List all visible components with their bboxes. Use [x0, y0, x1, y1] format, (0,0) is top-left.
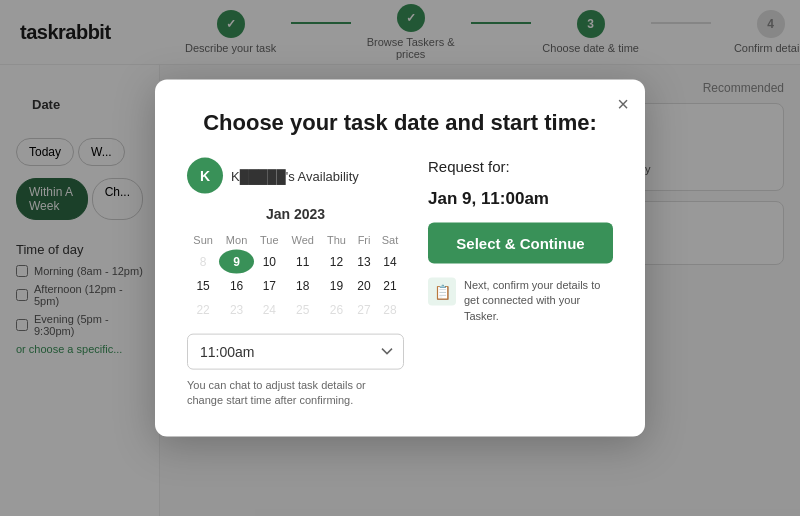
calendar-cell-13[interactable]: 13 [352, 250, 376, 274]
calendar-month: Jan 2023 [187, 206, 404, 222]
request-date: Jan 9, 11:00am [428, 189, 613, 209]
col-sat: Sat [376, 230, 404, 250]
calendar-side: K K█████'s Availability Jan 2023 Sun Mon… [187, 158, 404, 409]
modal-title: Choose your task date and start time: [187, 110, 613, 136]
calendar-row-1: 15161718192021 [187, 274, 404, 298]
calendar-cell-23: 23 [219, 298, 254, 322]
select-continue-button[interactable]: Select & Continue [428, 223, 613, 264]
tasker-availability-row: K K█████'s Availability [187, 158, 404, 194]
calendar-cell-22: 22 [187, 298, 219, 322]
calendar-row-2: 22232425262728 [187, 298, 404, 322]
calendar-cell-27: 27 [352, 298, 376, 322]
col-wed: Wed [285, 230, 321, 250]
calendar-cell-21[interactable]: 21 [376, 274, 404, 298]
calendar-cell-25: 25 [285, 298, 321, 322]
col-mon: Mon [219, 230, 254, 250]
time-dropdown[interactable]: 8:00am9:00am10:00am11:00am12:00pm1:00pm2… [187, 334, 404, 370]
calendar-cell-12[interactable]: 12 [321, 250, 352, 274]
request-side: Request for: Jan 9, 11:00am Select & Con… [428, 158, 613, 409]
modal-close-button[interactable]: × [617, 94, 629, 114]
calendar-cell-16[interactable]: 16 [219, 274, 254, 298]
calendar-cell-15[interactable]: 15 [187, 274, 219, 298]
modal: × Choose your task date and start time: … [155, 80, 645, 437]
calendar-cell-19[interactable]: 19 [321, 274, 352, 298]
tasker-avatar: K [187, 158, 223, 194]
col-thu: Thu [321, 230, 352, 250]
calendar-cell-8: 8 [187, 250, 219, 274]
calendar-cell-17[interactable]: 17 [254, 274, 285, 298]
calendar-cell-28: 28 [376, 298, 404, 322]
note-icon: 📋 [428, 278, 456, 306]
calendar-table: Sun Mon Tue Wed Thu Fri Sat 891011121314… [187, 230, 404, 322]
availability-label: K█████'s Availability [231, 168, 359, 183]
calendar-cell-14[interactable]: 14 [376, 250, 404, 274]
col-sun: Sun [187, 230, 219, 250]
calendar-cell-18[interactable]: 18 [285, 274, 321, 298]
col-tue: Tue [254, 230, 285, 250]
modal-body: K K█████'s Availability Jan 2023 Sun Mon… [187, 158, 613, 409]
calendar-cell-11[interactable]: 11 [285, 250, 321, 274]
calendar-cell-24: 24 [254, 298, 285, 322]
request-for-label: Request for: [428, 158, 613, 175]
calendar-cell-26: 26 [321, 298, 352, 322]
calendar-cell-20[interactable]: 20 [352, 274, 376, 298]
confirm-note-text: Next, confirm your details to get connec… [464, 278, 613, 324]
confirm-note-row: 📋 Next, confirm your details to get conn… [428, 278, 613, 324]
calendar-row-0: 891011121314 [187, 250, 404, 274]
col-fri: Fri [352, 230, 376, 250]
calendar-cell-9[interactable]: 9 [219, 250, 254, 274]
time-note: You can chat to adjust task details or c… [187, 378, 404, 409]
calendar-cell-10[interactable]: 10 [254, 250, 285, 274]
calendar-header-row: Sun Mon Tue Wed Thu Fri Sat [187, 230, 404, 250]
calendar-body: 8910111213141516171819202122232425262728 [187, 250, 404, 322]
